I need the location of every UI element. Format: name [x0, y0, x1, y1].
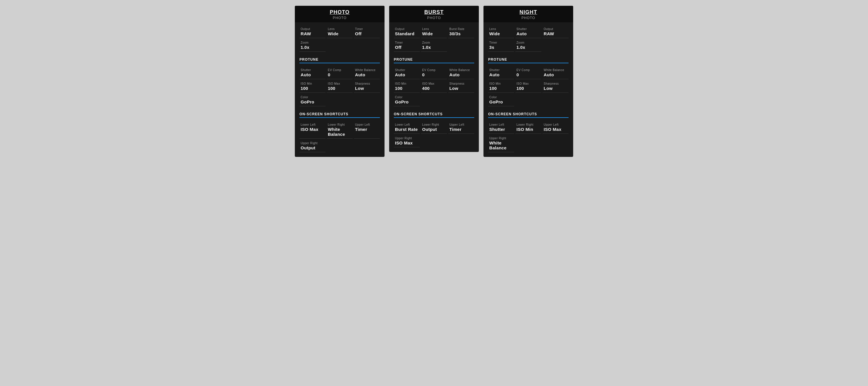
- protune-row-0: ShutterAutoEV Comp0White BalanceAuto: [394, 67, 474, 79]
- shortcut-row-1: Upper RightOutput: [300, 140, 380, 152]
- shortcut-row-1: Upper RightWhite Balance: [488, 135, 568, 152]
- setting-item: [448, 94, 474, 106]
- setting-item: Lower LeftISO Max: [300, 121, 326, 139]
- setting-value: 100: [301, 86, 324, 91]
- setting-item: SharpnessLow: [448, 80, 474, 93]
- setting-label: White Balance: [544, 68, 567, 72]
- setting-value: Wide: [422, 31, 446, 36]
- setting-label: Timer: [355, 28, 379, 31]
- setting-item: Upper LeftTimer: [354, 121, 380, 139]
- setting-item: [421, 135, 447, 147]
- setting-value: 0: [328, 72, 351, 77]
- card-photo: PHOTOPHOTOOutputRAWLensWideTimerOffZoom1…: [295, 6, 384, 157]
- setting-label: Shutter: [395, 68, 418, 72]
- setting-label: ISO Min: [395, 82, 418, 85]
- setting-label: Output: [395, 28, 418, 31]
- shortcut-row-0: Lower LeftBurst RateLower RightOutputUpp…: [394, 121, 474, 134]
- setting-value: Wide: [489, 31, 513, 36]
- setting-value: RAW: [544, 31, 567, 36]
- setting-value: Off: [355, 31, 379, 36]
- setting-value: RAW: [301, 31, 324, 36]
- setting-label: Zoom: [422, 41, 446, 44]
- setting-value: 100: [517, 86, 540, 91]
- setting-item: ISO Max100: [327, 80, 353, 93]
- setting-item: Timer3s: [488, 39, 514, 52]
- setting-value: Standard: [395, 31, 418, 36]
- setting-item: OutputStandard: [394, 26, 420, 38]
- protune-row-2: ColorGoPro: [488, 94, 568, 106]
- setting-item: [354, 94, 380, 106]
- setting-item: [542, 39, 568, 52]
- basic-row-0: LensWideShutterAutoOutputRAW: [488, 26, 568, 38]
- setting-value: Low: [355, 86, 379, 91]
- setting-value: 1.0x: [517, 45, 540, 50]
- shortcut-row-1: Upper RightISO Max: [394, 135, 474, 147]
- setting-label: Lens: [328, 28, 351, 31]
- basic-row-1: TimerOffZoom1.0x: [394, 39, 474, 52]
- setting-item: ShutterAuto: [515, 26, 541, 38]
- setting-label: Upper Right: [395, 137, 418, 140]
- setting-label: Lower Left: [489, 123, 513, 126]
- setting-value: Shutter: [489, 127, 513, 132]
- setting-label: ISO Max: [422, 82, 446, 85]
- setting-item: [542, 135, 568, 152]
- setting-item: SharpnessLow: [354, 80, 380, 93]
- shortcuts-title-photo: ON-SCREEN SHORTCUTS: [300, 112, 380, 118]
- basic-row-0: OutputStandardLensWideBurst Rate30/3s: [394, 26, 474, 38]
- setting-value: Timer: [355, 127, 379, 132]
- setting-item: Zoom1.0x: [515, 39, 541, 52]
- setting-value: GoPro: [301, 99, 324, 104]
- setting-item: ISO Min100: [394, 80, 420, 93]
- setting-item: SharpnessLow: [542, 80, 568, 93]
- setting-item: [515, 94, 541, 106]
- protune-title-burst: PROTUNE: [394, 58, 474, 63]
- setting-item: TimerOff: [394, 39, 420, 52]
- setting-label: Lower Right: [517, 123, 540, 126]
- setting-item: Upper RightISO Max: [394, 135, 420, 147]
- setting-label: Lens: [489, 28, 513, 31]
- setting-value: Output: [422, 127, 446, 132]
- card-header-burst: BURSTPHOTO: [389, 6, 479, 22]
- setting-label: EV Comp: [328, 68, 351, 72]
- card-title-photo: PHOTO: [298, 9, 382, 15]
- setting-value: 0: [422, 72, 446, 77]
- setting-item: Zoom1.0x: [421, 39, 447, 52]
- setting-label: ISO Max: [517, 82, 540, 85]
- setting-label: EV Comp: [422, 68, 446, 72]
- setting-item: [327, 140, 353, 152]
- setting-item: [542, 94, 568, 106]
- setting-value: Low: [544, 86, 567, 91]
- setting-value: Timer: [450, 127, 473, 132]
- setting-item: [448, 39, 474, 52]
- setting-label: Output: [301, 28, 324, 31]
- shortcuts-title-burst: ON-SCREEN SHORTCUTS: [394, 112, 474, 118]
- basic-row-0: OutputRAWLensWideTimerOff: [300, 26, 380, 38]
- setting-label: Color: [301, 96, 324, 99]
- setting-label: Shutter: [301, 68, 324, 72]
- protune-row-2: ColorGoPro: [300, 94, 380, 106]
- card-body-night: LensWideShutterAutoOutputRAWTimer3sZoom1…: [484, 22, 573, 157]
- setting-item: ShutterAuto: [394, 67, 420, 79]
- setting-label: Lower Left: [301, 123, 324, 126]
- setting-item: White BalanceAuto: [448, 67, 474, 79]
- setting-value: Burst Rate: [395, 127, 418, 132]
- setting-value: Auto: [544, 72, 567, 77]
- setting-value: 100: [395, 86, 418, 91]
- protune-row-1: ISO Min100ISO Max100SharpnessLow: [488, 80, 568, 93]
- setting-value: Auto: [355, 72, 379, 77]
- setting-value: 0: [517, 72, 540, 77]
- protune-row-1: ISO Min100ISO Max100SharpnessLow: [300, 80, 380, 93]
- setting-label: Upper Left: [450, 123, 473, 126]
- setting-item: [327, 39, 353, 52]
- setting-item: Lower RightISO Min: [515, 121, 541, 134]
- basic-row-1: Zoom1.0x: [300, 39, 380, 52]
- setting-item: EV Comp0: [327, 67, 353, 79]
- setting-item: Lower RightOutput: [421, 121, 447, 134]
- setting-item: ColorGoPro: [488, 94, 514, 106]
- setting-label: Sharpness: [450, 82, 473, 85]
- shortcut-row-0: Lower LeftISO MaxLower RightWhite Balanc…: [300, 121, 380, 139]
- protune-row-0: ShutterAutoEV Comp0White BalanceAuto: [488, 67, 568, 79]
- setting-value: Wide: [328, 31, 351, 36]
- setting-item: EV Comp0: [515, 67, 541, 79]
- setting-value: Auto: [301, 72, 324, 77]
